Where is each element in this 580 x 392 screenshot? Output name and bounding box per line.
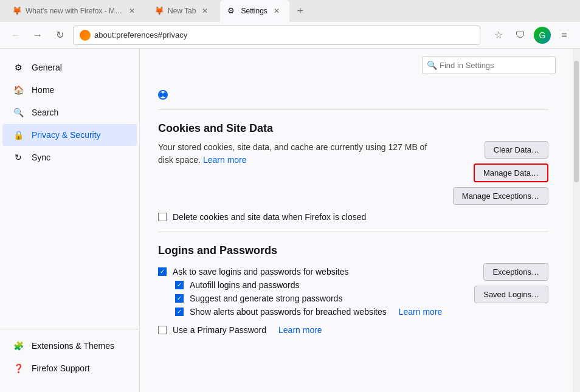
sidebar-general-label: General xyxy=(32,63,62,72)
cookies-section-title: Cookies and Site Data xyxy=(158,122,548,135)
shield-icon[interactable]: 🛡 xyxy=(512,27,529,44)
ask-save-checkbox[interactable] xyxy=(158,267,167,276)
sidebar-home-label: Home xyxy=(32,85,54,95)
new-tab-button[interactable]: + xyxy=(292,2,309,19)
primary-password-label: Use a Primary Password xyxy=(173,325,266,335)
sidebar-privacy-label: Privacy & Security xyxy=(32,130,101,140)
divider-1 xyxy=(158,109,548,110)
scrollbar-track[interactable] xyxy=(573,49,580,392)
logins-options: Ask to save logins and passwords for web… xyxy=(158,263,464,320)
logins-buttons: Exceptions… Saved Logins… xyxy=(474,263,548,303)
sidebar-item-general[interactable]: ⚙ General xyxy=(2,57,137,78)
primary-password-learn-more[interactable]: Learn more xyxy=(278,325,322,335)
tab-new-tab-label: New Tab xyxy=(168,7,196,15)
tab-whats-new[interactable]: 🦊 What's new with Firefox - More… ✕ xyxy=(5,0,145,22)
profile-icon[interactable]: G xyxy=(534,27,551,44)
support-icon: ❓ xyxy=(12,362,24,374)
privacy-icon: 🔒 xyxy=(12,129,24,141)
content-area: 🔍 Cookies and Site Data Your stored cook… xyxy=(140,49,573,392)
tracker-radio-button[interactable] xyxy=(158,90,168,100)
manage-data-button[interactable]: Manage Data… xyxy=(474,163,548,182)
sidebar-item-home[interactable]: 🏠 Home xyxy=(2,79,137,101)
ask-save-label: Ask to save logins and passwords for web… xyxy=(173,267,348,277)
sidebar-nav: ⚙ General 🏠 Home 🔍 Search 🔒 Privacy & Se… xyxy=(0,56,139,329)
url-bar[interactable]: about:preferences#privacy xyxy=(73,26,480,45)
sidebar-item-support[interactable]: ❓ Firefox Support xyxy=(2,357,137,379)
ask-save-row: Ask to save logins and passwords for web… xyxy=(158,267,464,277)
logins-section-title: Logins and Passwords xyxy=(158,244,548,257)
sidebar-extensions-label: Extensions & Themes xyxy=(32,341,114,351)
tracker-radio-row xyxy=(158,90,548,100)
alerts-learn-more-link[interactable]: Learn more xyxy=(399,307,443,317)
clear-data-button[interactable]: Clear Data… xyxy=(485,141,548,159)
primary-password-row: Use a Primary Password Learn more xyxy=(158,325,548,335)
main-layout: ⚙ General 🏠 Home 🔍 Search 🔒 Privacy & Se… xyxy=(0,49,580,392)
firefox-logo-icon xyxy=(80,30,91,41)
alerts-label: Show alerts about passwords for breached… xyxy=(190,307,387,317)
suggest-checkbox[interactable] xyxy=(175,294,184,303)
tab-new-tab-close[interactable]: ✕ xyxy=(199,5,210,16)
exceptions-button[interactable]: Exceptions… xyxy=(483,263,548,281)
alerts-checkbox[interactable] xyxy=(175,308,184,316)
sidebar-item-sync[interactable]: ↻ Sync xyxy=(2,146,137,168)
primary-password-checkbox[interactable] xyxy=(158,326,167,334)
autofill-checkbox[interactable] xyxy=(175,281,184,289)
menu-icon[interactable]: ≡ xyxy=(556,27,573,44)
divider-2 xyxy=(158,232,548,232)
delete-cookies-checkbox[interactable] xyxy=(158,213,167,221)
back-button[interactable]: ← xyxy=(7,27,24,44)
delete-cookies-row: Delete cookies and site data when Firefo… xyxy=(158,212,548,222)
logins-main-row: Ask to save logins and passwords for web… xyxy=(158,263,548,320)
general-icon: ⚙ xyxy=(12,61,24,74)
search-sidebar-icon: 🔍 xyxy=(12,106,24,119)
delete-cookies-label: Delete cookies and site data when Firefo… xyxy=(173,212,366,222)
find-search-icon: 🔍 xyxy=(427,60,437,70)
manage-exceptions-button[interactable]: Manage Exceptions… xyxy=(453,187,548,205)
find-settings-container: 🔍 xyxy=(422,56,556,74)
cookies-description: Your stored cookies, site data, and cach… xyxy=(158,141,443,167)
sidebar-bottom: 🧩 Extensions & Themes ❓ Firefox Support xyxy=(0,329,139,385)
sidebar-sync-label: Sync xyxy=(32,153,50,162)
address-bar: ← → ↻ about:preferences#privacy ☆ 🛡 G ≡ xyxy=(0,22,580,49)
home-icon: 🏠 xyxy=(12,84,24,96)
alerts-row: Show alerts about passwords for breached… xyxy=(175,307,464,317)
title-bar: 🦊 What's new with Firefox - More… ✕ 🦊 Ne… xyxy=(0,0,580,22)
sidebar-search-label: Search xyxy=(32,108,58,117)
sidebar-item-extensions[interactable]: 🧩 Extensions & Themes xyxy=(2,335,137,357)
cookies-learn-more-link[interactable]: Learn more xyxy=(203,155,247,165)
firefox-tab2-icon: 🦊 xyxy=(154,6,164,16)
tab-settings-close[interactable]: ✕ xyxy=(271,5,282,16)
reload-button[interactable]: ↻ xyxy=(51,27,68,44)
suggest-row: Suggest and generate strong passwords xyxy=(175,294,464,303)
scrollbar-thumb[interactable] xyxy=(574,61,579,182)
tab-whats-new-close[interactable]: ✕ xyxy=(126,5,137,16)
tab-whats-new-label: What's new with Firefox - More… xyxy=(26,7,123,15)
saved-logins-button[interactable]: Saved Logins… xyxy=(474,286,548,303)
bookmark-icon[interactable]: ☆ xyxy=(490,27,507,44)
tab-new-tab[interactable]: 🦊 New Tab ✕ xyxy=(147,0,218,22)
sidebar-support-label: Firefox Support xyxy=(32,363,90,373)
suggest-label: Suggest and generate strong passwords xyxy=(190,294,342,303)
autofill-row: Autofill logins and passwords xyxy=(175,280,464,290)
sidebar-item-search[interactable]: 🔍 Search xyxy=(2,101,137,123)
cookies-data-row: Your stored cookies, site data, and cach… xyxy=(158,141,548,205)
autofill-label: Autofill logins and passwords xyxy=(190,280,300,290)
sync-icon: ↻ xyxy=(12,151,24,163)
sidebar-item-privacy[interactable]: 🔒 Privacy & Security xyxy=(2,124,137,146)
url-text: about:preferences#privacy xyxy=(94,30,474,40)
cookies-desc-text: Your stored cookies, site data, and cach… xyxy=(158,142,427,165)
extensions-icon: 🧩 xyxy=(12,340,24,352)
settings-tab-icon: ⚙ xyxy=(227,6,237,16)
tab-settings[interactable]: ⚙ Settings ✕ xyxy=(220,0,289,22)
toolbar-icons: ☆ 🛡 G ≡ xyxy=(490,27,573,44)
forward-button[interactable]: → xyxy=(29,27,46,44)
find-settings-input[interactable] xyxy=(422,56,556,74)
firefox-tab-icon: 🦊 xyxy=(12,6,22,16)
sidebar: ⚙ General 🏠 Home 🔍 Search 🔒 Privacy & Se… xyxy=(0,49,140,392)
cookies-buttons: Clear Data… Manage Data… Manage Exceptio… xyxy=(453,141,548,205)
tab-settings-label: Settings xyxy=(241,7,267,15)
